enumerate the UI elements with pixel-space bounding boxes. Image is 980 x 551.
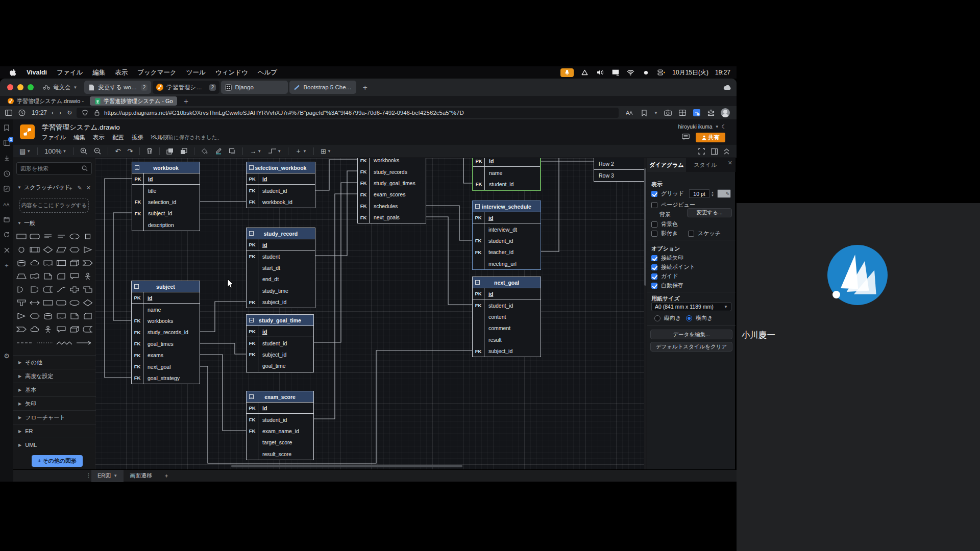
menubar-item-file[interactable]: ファイル — [57, 68, 83, 77]
menu-extras[interactable]: 拡張 — [132, 134, 143, 141]
er-table-interview_schedule[interactable]: –interview_schedulePKidinterview_dtFKstu… — [472, 201, 541, 270]
notes-panel-icon[interactable] — [3, 185, 11, 193]
theme-moon-icon[interactable]: ☾ — [722, 123, 726, 130]
grid-size-input[interactable]: 10 pt — [689, 189, 709, 198]
er-row[interactable]: title — [132, 185, 200, 196]
er-table-partial[interactable]: –PKidnameFKstudent_id — [472, 158, 541, 191]
cross-shape[interactable] — [68, 283, 81, 296]
collapse-icon[interactable]: – — [249, 394, 254, 399]
connector[interactable] — [315, 171, 357, 256]
er-row[interactable]: FKstudent_id — [247, 337, 313, 348]
autosave-checkbox[interactable]: 自動保存 — [651, 282, 683, 289]
more-shapes-button[interactable]: + その他の図形 — [32, 455, 83, 467]
store-shape[interactable] — [41, 283, 55, 296]
er-row[interactable]: Row 3 — [594, 170, 644, 182]
process-shape[interactable] — [28, 243, 41, 256]
connection-style-button[interactable]: →▼ — [250, 147, 261, 155]
windows-panel-icon[interactable]: 5 — [3, 139, 11, 147]
rect-shape[interactable] — [15, 230, 28, 243]
er-table-header[interactable]: –study_record — [247, 228, 315, 239]
collapse-icon[interactable]: – — [134, 284, 139, 289]
browser-tab-2-active[interactable]: 学習管理システム.draw 2 — [153, 81, 219, 94]
to-back-button[interactable] — [180, 148, 187, 155]
menu-arrange[interactable]: 配置 — [112, 134, 124, 141]
er-table-study_goal_time[interactable]: –study_goal_timePKidFKstudent_idFKsubjec… — [246, 314, 314, 372]
text-shape[interactable] — [41, 230, 55, 243]
er-row[interactable]: interview_dt — [473, 223, 541, 235]
zoom-window-button[interactable] — [28, 84, 34, 90]
browser-tab-1[interactable]: 変更する worry を選択 2 — [84, 81, 151, 94]
er-row[interactable]: result_score — [247, 448, 313, 460]
grid-size-stepper[interactable]: ▲▼ — [710, 189, 715, 198]
menubar-item-tools[interactable]: ツール — [186, 68, 206, 77]
to-front-button[interactable] — [166, 148, 174, 155]
er-row[interactable]: PKid — [132, 292, 200, 304]
doc-shape[interactable] — [41, 256, 55, 269]
er-row[interactable]: PKid — [247, 403, 313, 414]
calendar-panel-icon[interactable] — [3, 215, 11, 223]
tape-shape[interactable] — [28, 269, 41, 283]
er-table-subject[interactable]: –subjectPKidnameFKworkbooksFKstudy_recor… — [131, 281, 200, 384]
redo-button[interactable]: ↷ — [127, 147, 133, 155]
zoom-out-button[interactable] — [94, 147, 101, 155]
hex-shape[interactable] — [68, 243, 81, 256]
undo-button[interactable]: ↶ — [115, 147, 120, 155]
clear-default-style-button[interactable]: デフォルトスタイルをクリア — [650, 342, 732, 352]
menubar-item-edit[interactable]: 編集 — [92, 68, 105, 77]
status-dot-icon[interactable] — [642, 68, 650, 77]
diamond-shape[interactable] — [81, 296, 94, 309]
step-shape[interactable] — [81, 256, 94, 269]
collapse-icon[interactable]: – — [135, 165, 139, 170]
er-row[interactable]: FKstudent_id — [473, 179, 540, 190]
actor-shape[interactable] — [81, 269, 94, 283]
zigzag-line-shape[interactable] — [55, 337, 75, 349]
diagram-canvas[interactable]: –workbookPKidtitleFKselection_idFKsubjec… — [95, 158, 644, 469]
landscape-radio[interactable]: 横向き — [686, 314, 713, 322]
menubar-date[interactable]: 10月15日(火) — [672, 68, 708, 77]
cube-shape[interactable] — [68, 322, 81, 336]
menubar-item-bookmarks[interactable]: ブックマーク — [137, 68, 176, 77]
tri-shape[interactable] — [81, 243, 94, 256]
page-view-checkbox[interactable]: ページビュー — [651, 201, 695, 209]
er-row[interactable]: description — [132, 219, 200, 231]
internal-shape[interactable] — [55, 256, 68, 269]
tab-diagram[interactable]: ダイアグラム — [647, 158, 686, 172]
er-row[interactable]: FKstudy_records — [358, 166, 426, 177]
subtab-sheets[interactable]: 学習進捗管理システム - Go — [90, 96, 177, 106]
menu-view[interactable]: 表示 — [93, 134, 105, 141]
tab-style[interactable]: スタイル — [686, 158, 725, 172]
help-icon[interactable]: ? — [60, 185, 63, 192]
er-row[interactable]: FKexams — [132, 349, 200, 361]
volume-icon[interactable] — [596, 68, 604, 77]
er-row[interactable]: FKsubject_id — [247, 296, 315, 308]
er-row[interactable]: FKstudent_id — [247, 414, 313, 425]
connector[interactable] — [113, 213, 132, 320]
er-table-header[interactable]: –subject — [132, 281, 200, 292]
er-row[interactable]: content — [473, 311, 541, 322]
insert-table-button[interactable]: ⊞▼ — [321, 147, 331, 155]
history-panel-icon[interactable] — [3, 169, 11, 178]
workspace-switcher[interactable]: 竜文会 ▼ — [42, 83, 77, 92]
menubar-item-help[interactable]: ヘルプ — [258, 68, 277, 77]
category-er[interactable]: ▶ER — [13, 424, 95, 438]
x-panel-icon[interactable] — [3, 246, 11, 254]
er-row[interactable]: PKid — [473, 212, 541, 223]
connector[interactable] — [314, 183, 357, 342]
arrow-line-shape[interactable] — [75, 337, 94, 349]
sync-panel-icon[interactable] — [3, 231, 11, 239]
horizontal-scrollbar[interactable] — [231, 465, 462, 467]
er-table-next_goal[interactable]: –next_goalPKidFKstudent_idcontentcomment… — [472, 277, 541, 357]
er-row[interactable]: FKstudent — [247, 251, 315, 262]
er-row[interactable]: FKsubject_id — [132, 208, 200, 219]
menubar-app-name[interactable]: Vivaldi — [27, 69, 47, 76]
category-basic[interactable]: ▶基本 — [13, 383, 95, 396]
extension-badge-icon[interactable] — [692, 109, 701, 117]
status-triangle-icon[interactable] — [580, 68, 589, 77]
er-row[interactable]: Row 2 — [594, 158, 644, 170]
category-other[interactable]: ▶その他 — [13, 355, 95, 369]
cube-shape[interactable] — [68, 256, 81, 269]
insert-button[interactable]: ＋▼ — [295, 146, 307, 156]
er-table-selection_workbook[interactable]: –selection_workbookPKidFKstudent_idFKwor… — [246, 162, 315, 208]
sketch-checkbox[interactable]: スケッチ — [688, 230, 721, 237]
er-row[interactable]: comment — [473, 322, 541, 334]
